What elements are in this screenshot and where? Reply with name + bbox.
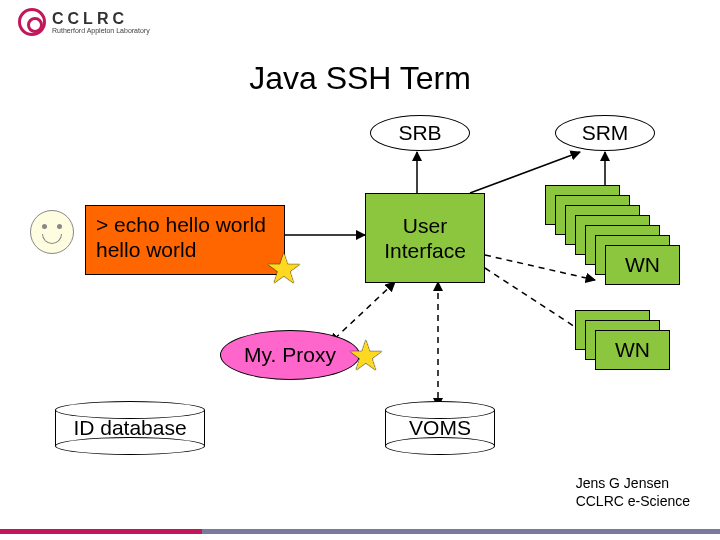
- node-user-interface: User Interface: [365, 193, 485, 283]
- node-wn-2: WN: [595, 330, 670, 370]
- node-terminal: > echo hello world hello world: [85, 205, 285, 275]
- svg-line-6: [485, 255, 595, 280]
- node-wn-1: WN: [605, 245, 680, 285]
- brand-name: CCLRC: [52, 11, 150, 27]
- smiley-icon: [30, 210, 74, 254]
- star-icon: ★: [345, 335, 387, 377]
- brand-logo: CCLRC Rutherford Appleton Laboratory: [18, 8, 150, 36]
- node-srb-label: SRB: [398, 121, 441, 145]
- terminal-line-2: hello world: [96, 237, 266, 262]
- node-srm-label: SRM: [582, 121, 629, 145]
- terminal-line-1: > echo hello world: [96, 212, 266, 237]
- node-id-database-label: ID database: [55, 416, 205, 440]
- node-myproxy: My. Proxy: [220, 330, 360, 380]
- node-id-database: ID database: [55, 410, 205, 446]
- node-myproxy-label: My. Proxy: [244, 343, 336, 367]
- node-voms-label: VOMS: [385, 416, 495, 440]
- brand-mark-icon: [18, 8, 46, 36]
- footer-affiliation: CCLRC e-Science: [576, 492, 690, 510]
- node-wn-1-label: WN: [625, 252, 660, 277]
- node-srb: SRB: [370, 115, 470, 151]
- node-user-interface-label: User Interface: [384, 213, 466, 263]
- page-title: Java SSH Term: [0, 60, 720, 97]
- footer-stripe: [0, 529, 720, 534]
- footer: Jens G Jensen CCLRC e-Science: [576, 474, 690, 510]
- node-voms: VOMS: [385, 410, 495, 446]
- node-wn-2-label: WN: [615, 337, 650, 362]
- footer-author: Jens G Jensen: [576, 474, 690, 492]
- node-srm: SRM: [555, 115, 655, 151]
- star-icon: ★: [263, 248, 305, 290]
- brand-subtitle: Rutherford Appleton Laboratory: [52, 27, 150, 34]
